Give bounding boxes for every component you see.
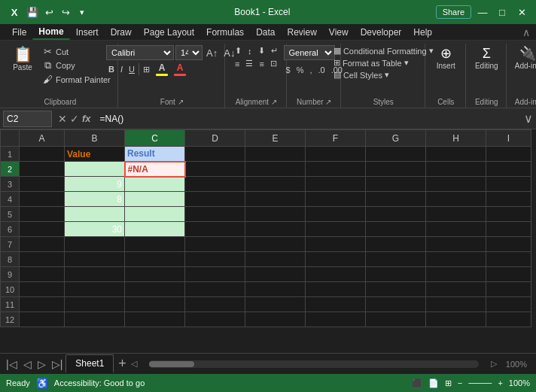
align-middle-button[interactable]: ↕	[245, 45, 254, 56]
col-header-i[interactable]: I	[486, 130, 531, 147]
cell-c1[interactable]: Result	[125, 147, 185, 162]
align-right-button[interactable]: ≡	[257, 58, 266, 69]
sheet-nav-prev[interactable]: ◁	[20, 358, 35, 370]
cell-g2[interactable]	[366, 162, 426, 177]
cell-a6[interactable]	[20, 222, 65, 237]
undo-quick-icon[interactable]: ↩	[42, 5, 56, 19]
cell-h6[interactable]	[426, 222, 486, 237]
col-header-g[interactable]: G	[366, 130, 426, 147]
sheet-nav-next[interactable]: ▷	[35, 358, 49, 370]
cell-e3[interactable]	[245, 177, 306, 192]
cell-a10[interactable]	[20, 282, 65, 297]
formula-confirm-icon[interactable]: ✓	[70, 113, 79, 125]
cell-g9[interactable]	[366, 267, 426, 282]
cell-a12[interactable]	[20, 312, 65, 327]
increase-decimal-button[interactable]: .0	[316, 65, 327, 75]
borders-button[interactable]: ⊞	[141, 64, 152, 75]
font-color-button[interactable]: A	[172, 62, 188, 77]
menu-view[interactable]: View	[323, 26, 355, 39]
cell-h12[interactable]	[426, 312, 486, 327]
cell-d5[interactable]	[185, 207, 245, 222]
cell-i9[interactable]	[486, 267, 531, 282]
paste-button[interactable]: 📋 Paste	[8, 45, 38, 73]
cell-a3[interactable]	[20, 177, 65, 192]
cell-e8[interactable]	[245, 252, 306, 267]
cell-i3[interactable]	[486, 177, 531, 192]
cell-h1[interactable]	[426, 147, 486, 162]
cell-c8[interactable]	[125, 252, 185, 267]
cell-g10[interactable]	[366, 282, 426, 297]
cell-c3[interactable]	[125, 177, 185, 192]
cell-g5[interactable]	[366, 207, 426, 222]
cell-b1[interactable]: Value	[65, 147, 125, 162]
cell-a8[interactable]	[20, 252, 65, 267]
align-left-button[interactable]: ≡	[233, 58, 242, 69]
cell-f7[interactable]	[306, 237, 366, 252]
ribbon-collapse-icon[interactable]: ∧	[522, 26, 530, 38]
cell-b12[interactable]	[65, 312, 125, 327]
cell-b3[interactable]: 9	[65, 177, 125, 192]
cell-c10[interactable]	[125, 282, 185, 297]
cell-d12[interactable]	[185, 312, 245, 327]
scrollbar-thumb[interactable]	[149, 361, 194, 367]
fill-color-button[interactable]: A	[154, 62, 170, 77]
col-header-h[interactable]: H	[426, 130, 486, 147]
cell-i11[interactable]	[486, 297, 531, 312]
horizontal-scrollbar[interactable]	[149, 360, 479, 368]
cell-d4[interactable]	[185, 192, 245, 207]
cell-d6[interactable]	[185, 222, 245, 237]
sheet-nav-last[interactable]: ▷|	[49, 358, 66, 370]
align-top-button[interactable]: ⬆	[233, 45, 244, 56]
cell-b5[interactable]	[65, 207, 125, 222]
cell-e5[interactable]	[245, 207, 306, 222]
col-header-b[interactable]: B	[65, 130, 125, 147]
cell-a7[interactable]	[20, 237, 65, 252]
cell-styles-button[interactable]: ▤ Cell Styles ▾	[331, 69, 391, 81]
col-header-e[interactable]: E	[245, 130, 306, 147]
cell-a5[interactable]	[20, 207, 65, 222]
cell-b2[interactable]	[65, 162, 125, 177]
addins-button[interactable]: 🔌 Add-ins	[512, 45, 536, 71]
cell-g1[interactable]	[366, 147, 426, 162]
col-header-a[interactable]: A	[20, 130, 65, 147]
cell-d3[interactable]	[185, 177, 245, 192]
cell-c9[interactable]	[125, 267, 185, 282]
cell-h5[interactable]	[426, 207, 486, 222]
zoom-out-icon[interactable]: −	[458, 378, 462, 387]
cell-c2[interactable]: #N/A	[125, 162, 185, 177]
merge-cells-button[interactable]: ⊡	[268, 58, 279, 69]
bold-button[interactable]: B	[106, 64, 117, 74]
cell-f4[interactable]	[306, 192, 366, 207]
cell-c5[interactable]	[125, 207, 185, 222]
cell-g11[interactable]	[366, 297, 426, 312]
cell-h7[interactable]	[426, 237, 486, 252]
cell-e10[interactable]	[245, 282, 306, 297]
font-dialog-launcher[interactable]: ↗	[178, 98, 184, 106]
cell-h2[interactable]	[426, 162, 486, 177]
underline-button[interactable]: U	[126, 64, 137, 74]
formula-input[interactable]	[97, 111, 521, 127]
cell-i8[interactable]	[486, 252, 531, 267]
cell-b8[interactable]	[65, 252, 125, 267]
cell-f9[interactable]	[306, 267, 366, 282]
cell-a2[interactable]	[20, 162, 65, 177]
cell-f2[interactable]	[306, 162, 366, 177]
cell-b9[interactable]	[65, 267, 125, 282]
cell-f11[interactable]	[306, 297, 366, 312]
cell-i5[interactable]	[486, 207, 531, 222]
zoom-slider[interactable]: ────	[468, 378, 492, 387]
menu-page-layout[interactable]: Page Layout	[138, 26, 200, 39]
zoom-in-icon[interactable]: +	[498, 378, 502, 387]
maximize-button[interactable]: □	[494, 4, 510, 20]
cell-e9[interactable]	[245, 267, 306, 282]
cell-g4[interactable]	[366, 192, 426, 207]
cell-c11[interactable]	[125, 297, 185, 312]
cell-d8[interactable]	[185, 252, 245, 267]
cell-a11[interactable]	[20, 297, 65, 312]
menu-developer[interactable]: Developer	[355, 26, 408, 39]
cell-b4[interactable]: 8	[65, 192, 125, 207]
cell-d11[interactable]	[185, 297, 245, 312]
increase-font-button[interactable]: A↑	[204, 47, 220, 59]
cell-h4[interactable]	[426, 192, 486, 207]
view-page-break-icon[interactable]: ⊞	[445, 378, 452, 388]
